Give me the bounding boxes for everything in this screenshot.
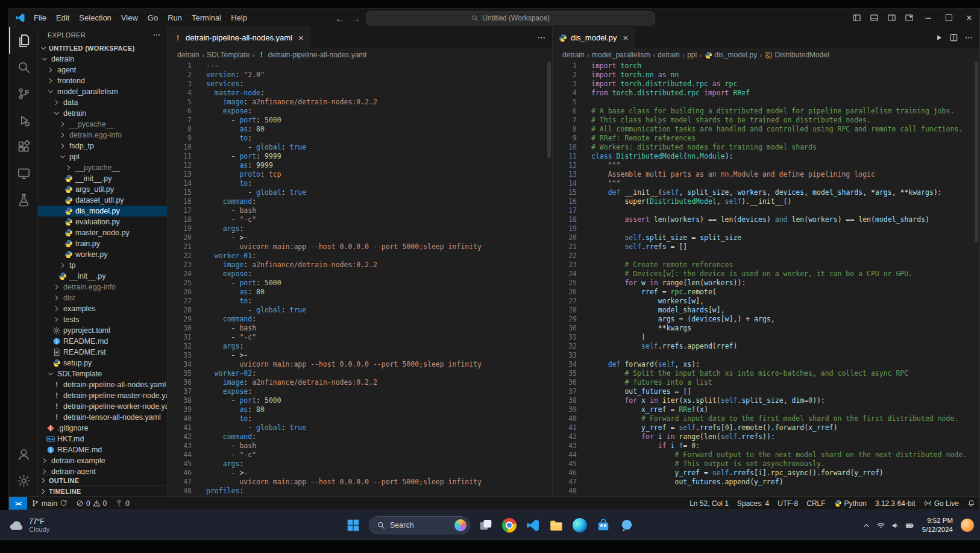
breadcrumb-sdltemplate[interactable]: SDLTemplate [207, 51, 250, 59]
history-back-icon[interactable]: ← [334, 13, 345, 24]
taskbar-store-icon[interactable] [595, 517, 611, 533]
status-go-live[interactable]: Go Live [920, 497, 963, 510]
status-remote[interactable]: >< [9, 497, 27, 510]
activity-extensions[interactable] [9, 133, 37, 160]
taskbar-clock[interactable]: 9:52 PM 5/12/2024 [922, 516, 953, 534]
tree-item-master-node-py[interactable]: master_node.py [38, 227, 167, 238]
breadcrumb-distributedmodel[interactable]: DistributedModel [765, 51, 829, 59]
activity-settings[interactable] [9, 467, 37, 494]
taskbar-chrome-icon[interactable] [501, 517, 517, 533]
toggle-sidebar-icon[interactable] [848, 9, 865, 27]
tree-item-sdltemplate[interactable]: SDLTemplate [38, 368, 167, 379]
maximize-button[interactable] [938, 9, 959, 27]
menu-file[interactable]: File [29, 13, 51, 22]
status-problems[interactable]: 00 [72, 497, 111, 510]
tree-item-detrain-agent[interactable]: detrain-agent [38, 466, 167, 475]
activity-testing[interactable] [9, 186, 37, 213]
tree-item--init-py[interactable]: __init__.py [38, 173, 167, 184]
taskbar-edge-icon[interactable] [572, 517, 588, 533]
activity-run-debug[interactable] [9, 107, 37, 133]
tree-item-examples[interactable]: examples [38, 303, 167, 314]
tree-item-detrain-pipeline-worker-node-yaml[interactable]: !detrain-pipeline-worker-node.yaml [38, 401, 167, 412]
tree-item-detrain-egg-info[interactable]: detrain.egg-info [38, 282, 167, 292]
breadcrumb-dis-model-py[interactable]: dis_model.py [705, 51, 758, 59]
activity-explorer[interactable] [9, 27, 37, 54]
breadcrumb-ppl[interactable]: ppl [687, 51, 697, 59]
tree-item-tests[interactable]: tests [38, 314, 167, 325]
tree-item--init-py[interactable]: __init__.py [38, 271, 167, 282]
breadcrumb-detrain-pipeline-all-nodes-yaml[interactable]: !detrain-pipeline-all-nodes.yaml [257, 51, 366, 59]
close-tab-icon[interactable]: × [621, 33, 629, 43]
menu-terminal[interactable]: Terminal [187, 13, 226, 22]
breadcrumb-detrain[interactable]: detrain [177, 51, 199, 59]
menu-selection[interactable]: Selection [74, 13, 116, 22]
tree-item-readme-md[interactable]: README.md [38, 444, 167, 455]
tree-item-worker-py[interactable]: worker.py [38, 249, 167, 260]
status-branch[interactable]: main [27, 497, 72, 510]
tree-item-agent[interactable]: agent [38, 65, 167, 75]
weather-widget[interactable]: 77°F Cloudy [8, 510, 49, 540]
tab-detrain-pipeline-all-nodes-yaml[interactable]: ! detrain-pipeline-all-nodes.yaml × [168, 27, 310, 48]
customize-layout-icon[interactable] [900, 9, 918, 27]
taskbar-chat-icon[interactable] [619, 517, 635, 533]
code-editor-yaml[interactable]: ---version: "2.0"services: master-node: … [192, 62, 552, 496]
tree-item-evaluation-py[interactable]: evaluation.py [38, 216, 167, 227]
editor-scrollbar[interactable] [973, 62, 979, 496]
tree-item-dist[interactable]: dist [38, 292, 167, 303]
tree-item-detrain-egg-info[interactable]: detrain.egg-info [38, 130, 167, 141]
tree-item-readme-md[interactable]: README.md [38, 336, 167, 347]
tree-item--pycache-[interactable]: __pycache__ [38, 119, 167, 130]
tree-item-model-parallelism[interactable]: model_parallelism [38, 86, 167, 97]
tree-item-detrain-pipeline-master-node-yaml[interactable]: !detrain-pipeline-master-node.yaml [38, 390, 167, 401]
history-forward-icon[interactable]: → [350, 13, 362, 24]
status-interpreter[interactable]: 3.12.3 64-bit [871, 497, 920, 510]
activity-source-control[interactable] [9, 80, 37, 107]
tree-item-detrain-example[interactable]: detrain-example [38, 455, 167, 466]
breadcrumb-detrain[interactable]: detrain [658, 51, 680, 59]
toggle-secondary-sidebar-icon[interactable] [883, 9, 900, 27]
taskbar-task-view-icon[interactable] [478, 517, 494, 533]
status-ports[interactable]: 0 [111, 497, 134, 510]
command-center-search[interactable]: Untitled (Workspace) [366, 11, 655, 25]
tree-item-dataset-util-py[interactable]: dataset_util.py [38, 195, 167, 206]
tree-item-args-util-py[interactable]: args_util.py [38, 184, 167, 195]
tree-item-dis-model-py[interactable]: dis_model.py [38, 206, 167, 216]
taskbar-corner-icon[interactable] [961, 519, 974, 532]
tree-item-detrain[interactable]: detrain [38, 54, 167, 65]
status-encoding[interactable]: UTF-8 [773, 497, 802, 510]
tree-item-data[interactable]: data [38, 97, 167, 108]
close-window-button[interactable]: × [959, 9, 979, 27]
taskbar-file-explorer-icon[interactable] [548, 517, 564, 533]
tree-item-readme-rst[interactable]: README.rst [38, 347, 167, 358]
tray-chevron-up-icon[interactable] [862, 521, 871, 530]
more-actions-icon[interactable] [537, 33, 546, 42]
tree-item-ppl[interactable]: ppl [38, 151, 167, 162]
close-tab-icon[interactable]: × [296, 33, 304, 43]
tree-item-frontend[interactable]: frontend [38, 75, 167, 86]
menu-edit[interactable]: Edit [51, 13, 74, 22]
status-eol[interactable]: CRLF [802, 497, 829, 510]
split-editor-icon[interactable] [949, 33, 958, 42]
status-notifications[interactable] [963, 497, 979, 510]
toggle-panel-icon[interactable] [865, 9, 883, 27]
tree-item-detrain-pipeline-all-nodes-yaml[interactable]: !detrain-pipeline-all-nodes.yaml [38, 379, 167, 390]
tree-item-pyproject-toml[interactable]: pyproject.toml [38, 325, 167, 336]
menu-run[interactable]: Run [163, 13, 187, 22]
tree-item-setup-py[interactable]: setup.py [38, 358, 167, 368]
menu-help[interactable]: Help [226, 13, 252, 22]
tree-item--pycache-[interactable]: __pycache__ [38, 162, 167, 173]
activity-account[interactable] [9, 441, 37, 467]
status-language-mode[interactable]: Python [830, 497, 871, 510]
tree-item-train-py[interactable]: train.py [38, 238, 167, 249]
timeline-section[interactable]: TIMELINE [38, 485, 167, 496]
editor-scrollbar[interactable] [546, 62, 552, 496]
tree-item-fsdp-tp[interactable]: fsdp_tp [38, 141, 167, 151]
tray-wifi-icon[interactable] [876, 521, 885, 530]
minimize-button[interactable]: ─ [918, 9, 938, 27]
tree-item--gitignore[interactable]: .gitignore [38, 423, 167, 434]
tree-item-tp[interactable]: tp [38, 260, 167, 271]
tray-battery-icon[interactable] [905, 521, 914, 530]
more-actions-icon[interactable] [964, 33, 973, 42]
tray-volume-icon[interactable] [891, 521, 900, 530]
copilot-icon[interactable] [454, 519, 466, 531]
